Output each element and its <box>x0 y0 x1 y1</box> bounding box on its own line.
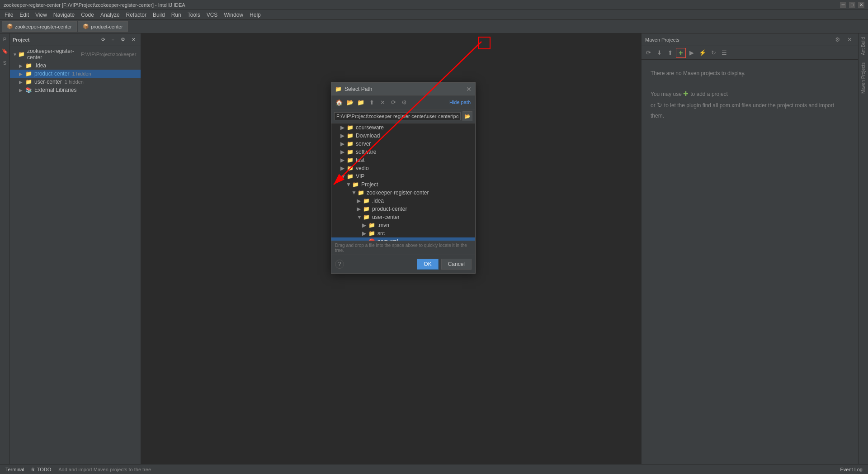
menu-file[interactable]: File <box>2 11 16 19</box>
sidebar-header: Project ⟳ ≡ ⚙ ✕ <box>10 33 141 46</box>
path-input-field[interactable] <box>334 112 461 120</box>
maven-no-projects-text: There are no Maven projects to display. <box>651 69 849 79</box>
tree-item-zookeeper-center[interactable]: ▼ 📁 zookeeper-register-center <box>331 189 475 197</box>
folder-icon: 📁 <box>363 206 370 212</box>
tree-item-label: Download <box>356 133 380 139</box>
maven-refresh2-btn[interactable]: ↻ <box>708 48 718 58</box>
dialog-more-btn[interactable]: ⚙ <box>399 97 409 107</box>
tree-item-project[interactable]: ▼ 📁 Project <box>331 180 475 189</box>
dialog-new-folder-btn[interactable]: 📁 <box>356 97 366 107</box>
maven-projects-strip-label[interactable]: Maven Projects <box>861 61 866 95</box>
tree-item-src[interactable]: ▶ 📁 src <box>331 229 475 237</box>
tree-item-vedio[interactable]: ▶ 📁 vedio <box>331 164 475 172</box>
sidebar-item-product-center[interactable]: ▶ 📁 product-center 1 hidden <box>10 70 141 78</box>
maven-add-btn[interactable]: + <box>676 48 686 58</box>
dialog-up-btn[interactable]: ⬆ <box>367 97 377 107</box>
hide-path-button[interactable]: Hide path <box>448 99 472 106</box>
status-text: Add and import Maven projects to the tre… <box>57 467 835 472</box>
expand-arrow: ▼ <box>346 181 351 188</box>
left-icon-3[interactable]: S <box>1 59 9 67</box>
tree-item-download[interactable]: ▶ 📁 Download <box>331 132 475 140</box>
arrow-icon: ▼ <box>13 52 17 57</box>
expand-arrow: ▶ <box>340 141 346 147</box>
cancel-button[interactable]: Cancel <box>441 259 472 270</box>
left-icon-strip: P 🔖 S <box>0 33 10 474</box>
dialog-cancel-path-btn[interactable]: ✕ <box>377 97 387 107</box>
menu-help[interactable]: Help <box>247 11 264 19</box>
minimize-button[interactable]: ─ <box>840 2 846 8</box>
maven-settings-btn[interactable]: ⚙ <box>833 35 843 45</box>
zookeeper-tab[interactable]: 📦 zookeeper-register-center <box>2 21 77 32</box>
menu-build[interactable]: Build <box>150 11 168 19</box>
event-log-label[interactable]: Event Log <box>838 467 864 472</box>
dialog-file-tree[interactable]: ▶ 📁 courseware ▶ 📁 Download ▶ 📁 server <box>331 123 475 241</box>
folder-icon: 📁 <box>347 165 354 171</box>
module-icon: 📁 <box>18 51 25 57</box>
menu-code[interactable]: Code <box>78 11 97 19</box>
library-icon: 📚 <box>25 87 32 93</box>
left-icon-1[interactable]: P <box>1 35 9 43</box>
maven-toggle-btn[interactable]: ⚡ <box>698 48 708 58</box>
sidebar-expand-btn[interactable]: ≡ <box>109 36 117 43</box>
product-tab-icon: 📦 <box>83 24 89 29</box>
maven-import-btn[interactable]: ⬆ <box>665 48 675 58</box>
todo-label[interactable]: 6: TODO <box>30 467 53 472</box>
expand-arrow: ▼ <box>351 190 357 196</box>
sidebar-item-user-center[interactable]: ▶ 📁 user-center 1 hidden <box>10 78 141 86</box>
tree-item-mvn[interactable]: ▶ 📁 .mvn <box>331 221 475 229</box>
maximize-button[interactable]: □ <box>849 2 855 8</box>
sidebar-item-idea[interactable]: ▶ 📁 .idea <box>10 62 141 70</box>
tree-item-vip[interactable]: ▼ 📁 VIP <box>331 172 475 180</box>
tree-item-label: vedio <box>356 165 369 171</box>
sidebar-item-zookeeper[interactable]: ▼ 📁 zookeeper-register-center F:\VIP\Pro… <box>10 47 141 62</box>
maven-collapse-btn[interactable]: ☰ <box>719 48 729 58</box>
product-center-tab[interactable]: 📦 product-center <box>78 21 128 32</box>
sidebar-close-btn[interactable]: ✕ <box>129 36 138 43</box>
close-button[interactable]: ✕ <box>858 2 864 8</box>
dialog-close-button[interactable]: ✕ <box>466 85 472 93</box>
terminal-label[interactable]: Terminal <box>4 467 26 472</box>
tree-item-label: zookeeper-register-center <box>367 190 429 196</box>
tree-item-label: .idea <box>372 198 384 204</box>
tree-item-pom-xml[interactable]: 🔴 pom.xml <box>331 237 475 241</box>
tree-item-server[interactable]: ▶ 📁 server <box>331 140 475 148</box>
menu-edit[interactable]: Edit <box>17 11 32 19</box>
main-layout: P 🔖 S Project ⟳ ≡ ⚙ ✕ ▼ 📁 zookeeper-regi… <box>0 33 868 474</box>
path-browse-button[interactable]: 📂 <box>462 111 472 121</box>
expand-arrow: ▶ <box>357 198 362 204</box>
dialog-folder-btn[interactable]: 📂 <box>345 97 355 107</box>
tree-item-product-center[interactable]: ▶ 📁 product-center <box>331 205 475 213</box>
sidebar-project-label: Project <box>13 37 29 43</box>
menu-vcs[interactable]: VCS <box>204 11 221 19</box>
tree-item-test[interactable]: ▶ 📁 test <box>331 156 475 164</box>
menu-tools[interactable]: Tools <box>185 11 203 19</box>
menu-view[interactable]: View <box>33 11 50 19</box>
dialog-home-btn[interactable]: 🏠 <box>334 97 344 107</box>
expand-arrow: ▶ <box>340 165 346 171</box>
menu-refactor[interactable]: Refactor <box>123 11 149 19</box>
ok-button[interactable]: OK <box>417 259 438 270</box>
sidebar-sync-btn[interactable]: ⟳ <box>99 36 108 43</box>
maven-close-btn[interactable]: ✕ <box>844 35 854 45</box>
tree-item-idea[interactable]: ▶ 📁 .idea <box>331 197 475 205</box>
expand-arrow: ▶ <box>357 206 362 212</box>
menu-navigate[interactable]: Navigate <box>51 11 77 19</box>
help-button[interactable]: ? <box>335 260 344 269</box>
menu-analyze[interactable]: Analyze <box>98 11 123 19</box>
menu-window[interactable]: Window <box>221 11 246 19</box>
maven-reload-btn[interactable]: ⟳ <box>643 48 653 58</box>
maven-run-btn[interactable]: ▶ <box>687 48 697 58</box>
sidebar-item-external-libraries[interactable]: ▶ 📚 External Libraries <box>10 86 141 94</box>
menu-run[interactable]: Run <box>169 11 184 19</box>
left-icon-2[interactable]: 🔖 <box>1 47 9 55</box>
tree-item-software[interactable]: ▶ 📁 software <box>331 148 475 156</box>
ant-build-label[interactable]: Ant Build <box>861 35 866 57</box>
sidebar-item-badge: 1 hidden <box>65 79 84 85</box>
dialog-refresh-btn[interactable]: ⟳ <box>388 97 398 107</box>
folder-icon: 📁 <box>347 149 354 155</box>
maven-download-btn[interactable]: ⬇ <box>654 48 664 58</box>
tree-item-user-center[interactable]: ▼ 📁 user-center <box>331 213 475 221</box>
maven-projects-panel: Maven Projects ⚙ ✕ ⟳ ⬇ ⬆ + ▶ ⚡ ↻ ☰ There… <box>641 33 858 474</box>
sidebar-settings-btn[interactable]: ⚙ <box>118 36 127 43</box>
tree-item-courseware[interactable]: ▶ 📁 courseware <box>331 123 475 132</box>
